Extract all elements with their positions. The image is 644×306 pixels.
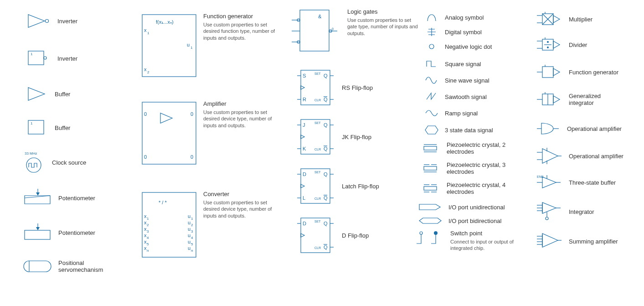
summing-amplifier-icon bbox=[536, 232, 563, 251]
buffer2-label: Buffer bbox=[55, 124, 70, 131]
piezo3-label: Piezoelectric crystal, 3 electrodes bbox=[447, 161, 515, 175]
svg-text:1: 1 bbox=[31, 121, 33, 125]
svg-line-12 bbox=[25, 196, 50, 198]
svg-text:1: 1 bbox=[191, 217, 193, 221]
switch-label: Switch point bbox=[450, 230, 523, 237]
logic-gate-icon: & 0 bbox=[288, 8, 342, 53]
svg-text:2: 2 bbox=[147, 223, 149, 227]
svg-text:u: u bbox=[187, 42, 190, 47]
op-amp-triangle-icon bbox=[536, 147, 563, 165]
svg-text:&: & bbox=[318, 14, 322, 19]
svg-text:Q: Q bbox=[324, 122, 328, 128]
svg-text:2: 2 bbox=[191, 223, 193, 227]
svg-text:4: 4 bbox=[191, 236, 193, 240]
clock-label: Clock source bbox=[52, 159, 86, 166]
svg-text:0: 0 bbox=[191, 154, 193, 160]
svg-text:2: 2 bbox=[147, 70, 149, 74]
svg-text:Q: Q bbox=[324, 195, 328, 201]
svg-text:SET: SET bbox=[314, 121, 321, 124]
mult-label: Multiplier bbox=[569, 16, 592, 23]
divider-icon bbox=[536, 36, 563, 53]
potentiometer-rect-icon bbox=[23, 223, 53, 243]
jk-flipflop-icon: JSET Q KCLR Q bbox=[294, 118, 336, 156]
svg-marker-138 bbox=[553, 16, 560, 23]
io-bi-label: I/O port bidirectional bbox=[448, 218, 501, 224]
svg-point-131 bbox=[420, 232, 422, 234]
piezo4-label: Piezoelectric crystal, 4 electrodes bbox=[447, 182, 515, 195]
piezo-2-icon bbox=[419, 143, 441, 153]
inverter2-label: Inverter bbox=[57, 55, 77, 62]
svg-text:3: 3 bbox=[147, 229, 149, 233]
svg-marker-26 bbox=[160, 113, 172, 123]
svg-marker-110 bbox=[301, 233, 304, 237]
three-state-buffer-icon: ENB bbox=[536, 174, 563, 191]
analog-symbol-icon bbox=[424, 12, 439, 23]
svg-text:0: 0 bbox=[191, 111, 193, 117]
svg-text:0: 0 bbox=[144, 111, 147, 117]
function-generator-block-icon: f(x₁...xₙ) x1 x2 u1 bbox=[140, 13, 198, 78]
svg-text:D: D bbox=[303, 171, 306, 177]
rs-ff-label: RS Flip-flop bbox=[342, 84, 373, 91]
svg-point-117 bbox=[429, 44, 434, 49]
svg-point-4 bbox=[44, 57, 46, 59]
svg-rect-57 bbox=[300, 10, 329, 51]
svg-text:S: S bbox=[303, 73, 306, 78]
ramp-label: Ramp signal bbox=[445, 110, 478, 117]
pot2-label: Potentiometer bbox=[58, 229, 95, 236]
fg-small-label: Function generator bbox=[569, 69, 618, 76]
latch-flipflop-icon: DSET Q LCLR Q bbox=[294, 167, 336, 205]
svg-marker-14 bbox=[36, 227, 40, 230]
d-ff-label: D Flip-flop bbox=[342, 232, 369, 239]
piezo-3-icon bbox=[419, 163, 441, 173]
svg-marker-11 bbox=[36, 192, 40, 196]
svg-text:1: 1 bbox=[147, 31, 149, 35]
pot1-label: Potentiometer bbox=[58, 195, 95, 202]
svg-rect-122 bbox=[424, 166, 437, 170]
svg-text:u: u bbox=[188, 233, 191, 238]
svg-text:x: x bbox=[144, 67, 147, 72]
svg-text:5: 5 bbox=[147, 242, 149, 246]
fg-block-label: Function generator bbox=[203, 13, 276, 20]
svg-marker-5 bbox=[28, 88, 45, 100]
sum-label: Summing amplifier bbox=[569, 238, 618, 245]
oa1-label: Operational amplifier bbox=[567, 125, 622, 132]
fg-block-desc: Use custom properties to set desired fun… bbox=[203, 21, 276, 41]
svg-text:5: 5 bbox=[191, 242, 193, 246]
conv-block-desc: Use custom properties to set desired dev… bbox=[203, 199, 276, 219]
svg-text:n: n bbox=[191, 249, 193, 253]
digital-symbol-icon bbox=[424, 26, 439, 37]
three-state-signal-icon bbox=[424, 124, 439, 136]
tsb-label: Three-state buffer bbox=[569, 179, 616, 186]
svg-rect-15 bbox=[25, 230, 50, 239]
svg-marker-146 bbox=[553, 41, 560, 48]
svg-text:Q: Q bbox=[324, 97, 328, 102]
svg-text:0: 0 bbox=[332, 27, 334, 31]
svg-text:3: 3 bbox=[191, 229, 193, 233]
svg-text:Q: Q bbox=[324, 171, 328, 177]
buffer1-label: Buffer bbox=[55, 91, 70, 98]
svg-marker-97 bbox=[301, 184, 304, 188]
sine-signal-icon bbox=[424, 75, 439, 86]
svg-text:0: 0 bbox=[144, 154, 147, 160]
svg-text:CLR: CLR bbox=[314, 197, 321, 200]
svg-marker-183 bbox=[542, 233, 558, 247]
svg-text:SET: SET bbox=[314, 220, 321, 223]
generalized-integrator-icon bbox=[536, 91, 563, 108]
svg-rect-149 bbox=[542, 67, 553, 78]
svg-text:SET: SET bbox=[314, 171, 321, 174]
svg-point-177 bbox=[546, 217, 548, 220]
gi-label: Generalized integrator bbox=[569, 93, 619, 106]
svg-marker-118 bbox=[425, 126, 438, 134]
square-signal-icon bbox=[424, 58, 439, 69]
svg-point-132 bbox=[434, 231, 438, 235]
svg-text:L: L bbox=[303, 195, 305, 201]
saw-label: Sawtooth signal bbox=[445, 93, 487, 100]
analog-label: Analog symbol bbox=[445, 14, 484, 21]
logic-gate-label: Logic gates bbox=[347, 8, 420, 15]
svg-point-1 bbox=[46, 20, 49, 23]
svg-text:D: D bbox=[303, 221, 306, 226]
svg-text:f(x₁...xₙ): f(x₁...xₙ) bbox=[156, 19, 174, 25]
svg-marker-0 bbox=[28, 15, 45, 27]
svg-text:* / *: * / * bbox=[159, 200, 167, 205]
svg-text:J: J bbox=[303, 122, 305, 128]
